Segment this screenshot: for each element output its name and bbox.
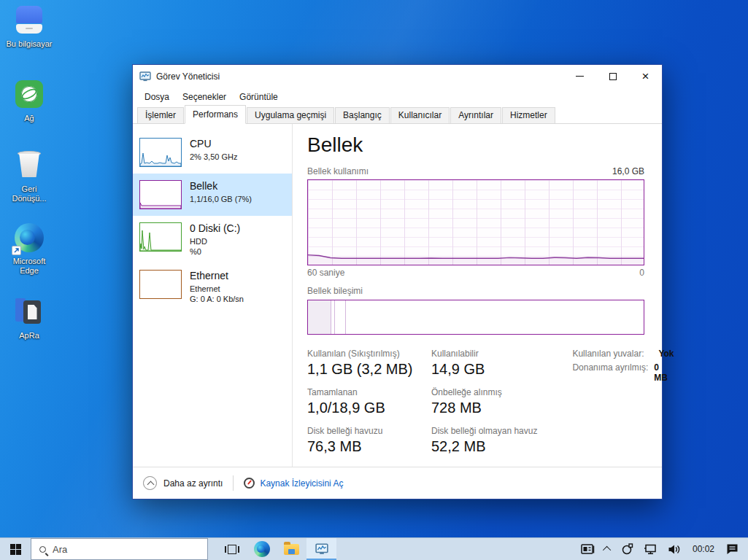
maximize-button[interactable] bbox=[596, 65, 629, 88]
composition-segment-free bbox=[346, 300, 644, 334]
maximize-icon bbox=[609, 73, 617, 80]
windows-logo-icon bbox=[10, 544, 21, 555]
taskbar-clock[interactable]: 00:02 bbox=[686, 544, 721, 554]
desktop-icon-label: Ağ bbox=[4, 114, 54, 123]
start-button[interactable] bbox=[0, 538, 31, 560]
stat-slots-used: Kullanılan yuvalar: Yok bbox=[572, 349, 674, 359]
footer-divider bbox=[233, 475, 234, 491]
composition-label: Bellek bileşimi bbox=[307, 286, 644, 296]
system-tray: 00:02 bbox=[576, 538, 748, 560]
taskbar-search-box[interactable] bbox=[31, 538, 208, 560]
usage-chart-x-right: 0 bbox=[639, 268, 644, 278]
open-resource-monitor-link[interactable]: Kaynak İzleyicisini Aç bbox=[244, 478, 343, 489]
speaker-icon bbox=[668, 544, 681, 555]
taskbar-task-manager-button[interactable] bbox=[306, 538, 336, 560]
volume-button[interactable] bbox=[663, 538, 686, 560]
performance-sidebar: CPU 2% 3,50 GHz Bellek 1,1/16,0 GB (7%) bbox=[133, 124, 293, 467]
memory-usage-chart bbox=[307, 179, 644, 265]
disk-mini-chart bbox=[139, 222, 182, 252]
tab-performans[interactable]: Performans bbox=[185, 105, 246, 124]
cpu-mini-chart bbox=[139, 138, 182, 167]
memory-detail-panel: Bellek Bellek kullanımı 16,0 GB 60 saniy… bbox=[293, 124, 662, 467]
desktop-icon-recycle-bin[interactable]: Geri Dönüşü... bbox=[4, 149, 54, 203]
stat-in-use: Kullanılan (Sıkıştırılmış) 1,1 GB (3,2 M… bbox=[307, 349, 421, 378]
desktop-icon-label: ApRa bbox=[4, 331, 54, 341]
tab-islemler[interactable]: İşlemler bbox=[137, 107, 184, 123]
menu-view[interactable]: Görüntüle bbox=[233, 89, 285, 105]
tab-strip: İşlemler Performans Uygulama geçmişi Baş… bbox=[133, 106, 662, 124]
usage-chart-label: Bellek kullanımı bbox=[307, 166, 369, 176]
task-manager-icon bbox=[315, 542, 328, 556]
close-button[interactable]: × bbox=[629, 65, 662, 88]
action-center-icon bbox=[726, 543, 739, 555]
taskbar: 00:02 bbox=[0, 537, 748, 560]
chevron-up-icon bbox=[603, 546, 611, 554]
network-icon bbox=[14, 80, 45, 111]
minimize-button[interactable] bbox=[563, 65, 596, 88]
network-icon bbox=[644, 544, 658, 555]
recycle-bin-icon bbox=[14, 151, 45, 182]
minimize-icon bbox=[576, 76, 584, 77]
composition-segment-standby bbox=[335, 300, 347, 334]
this-pc-icon bbox=[14, 6, 45, 36]
composition-segment-in-use bbox=[308, 300, 331, 334]
network-status-button[interactable] bbox=[639, 538, 663, 560]
stat-available: Kullanılabilir 14,9 GB bbox=[431, 349, 537, 378]
chevron-up-circle-icon bbox=[143, 476, 157, 490]
stat-hardware-reserved: Donanıma ayrılmış: 0 MB bbox=[572, 362, 674, 383]
task-view-icon bbox=[228, 545, 236, 554]
edge-icon bbox=[14, 223, 45, 254]
desktop-icon-label: Bu bilgisayar bbox=[4, 39, 54, 49]
desktop-icon-network[interactable]: Ağ bbox=[4, 79, 54, 123]
apra-folder-icon bbox=[14, 298, 45, 328]
show-hidden-icons-button[interactable] bbox=[600, 538, 616, 560]
screen-clip-icon bbox=[621, 543, 633, 555]
tab-ayrintilar[interactable]: Ayrıntılar bbox=[450, 107, 501, 123]
fewer-details-button[interactable]: Daha az ayrıntı bbox=[143, 476, 223, 490]
memory-mini-chart bbox=[139, 180, 182, 209]
close-icon: × bbox=[642, 70, 649, 82]
taskbar-edge-button[interactable] bbox=[247, 538, 277, 560]
sidebar-item-disk[interactable]: 0 Diski (C:) HDD %0 bbox=[133, 216, 292, 263]
action-center-button[interactable] bbox=[721, 538, 744, 560]
desktop-icon-microsoft-edge[interactable]: Microsoft Edge bbox=[4, 222, 54, 276]
desktop-icon-label: Geri Dönüşü... bbox=[4, 184, 54, 203]
news-icon bbox=[581, 544, 595, 555]
stat-nonpaged-pool: Disk belleği olmayan havuz 52,2 MB bbox=[431, 426, 537, 455]
sidebar-item-memory[interactable]: Bellek 1,1/16,0 GB (7%) bbox=[133, 174, 292, 216]
task-manager-app-icon bbox=[139, 71, 151, 82]
title-bar[interactable]: Görev Yöneticisi × bbox=[133, 65, 662, 88]
tray-screen-clip-button[interactable] bbox=[616, 538, 639, 560]
task-manager-window: Görev Yöneticisi × Dosya Seçenekler Görü… bbox=[132, 64, 663, 499]
stat-committed: Tamamlanan 1,0/18,9 GB bbox=[307, 387, 421, 416]
memory-hardware-stats: Kullanılan yuvalar: Yok Donanıma ayrılmı… bbox=[572, 349, 674, 455]
tab-baslangic[interactable]: Başlangıç bbox=[335, 107, 390, 123]
menu-bar: Dosya Seçenekler Görüntüle bbox=[133, 88, 662, 106]
resource-monitor-icon bbox=[244, 478, 255, 489]
desktop-icon-apra[interactable]: ApRa bbox=[4, 298, 54, 341]
sidebar-item-ethernet[interactable]: Ethernet Ethernet G: 0 A: 0 Kb/sn bbox=[133, 263, 292, 311]
taskbar-file-explorer-button[interactable] bbox=[277, 538, 306, 560]
stat-paged-pool: Disk belleği havuzu 76,3 MB bbox=[307, 426, 421, 455]
tab-hizmetler[interactable]: Hizmetler bbox=[502, 107, 555, 123]
ethernet-mini-chart bbox=[139, 270, 182, 299]
shortcut-arrow-icon bbox=[12, 246, 21, 255]
file-explorer-icon bbox=[284, 544, 299, 555]
menu-options[interactable]: Seçenekler bbox=[176, 89, 233, 105]
search-input[interactable] bbox=[53, 544, 184, 555]
sidebar-item-cpu[interactable]: CPU 2% 3,50 GHz bbox=[133, 131, 292, 174]
task-view-button[interactable] bbox=[217, 538, 247, 560]
tab-uygulama-gecmisi[interactable]: Uygulama geçmişi bbox=[247, 107, 334, 123]
stat-cached: Önbelleğe alınmış 728 MB bbox=[431, 387, 537, 416]
search-icon bbox=[39, 546, 46, 553]
memory-stats-grid: Kullanılan (Sıkıştırılmış) 1,1 GB (3,2 M… bbox=[307, 349, 537, 455]
desktop-icon-this-pc[interactable]: Bu bilgisayar bbox=[4, 6, 54, 49]
desktop-icon-label: Microsoft Edge bbox=[4, 257, 54, 276]
menu-file[interactable]: Dosya bbox=[138, 89, 176, 105]
edge-icon bbox=[254, 541, 270, 557]
usage-chart-max: 16,0 GB bbox=[612, 166, 644, 176]
memory-composition-bar bbox=[307, 300, 644, 335]
tab-kullanicilar[interactable]: Kullanıcılar bbox=[390, 107, 450, 123]
window-title: Görev Yöneticisi bbox=[156, 71, 220, 82]
news-and-interests-button[interactable] bbox=[576, 538, 600, 560]
